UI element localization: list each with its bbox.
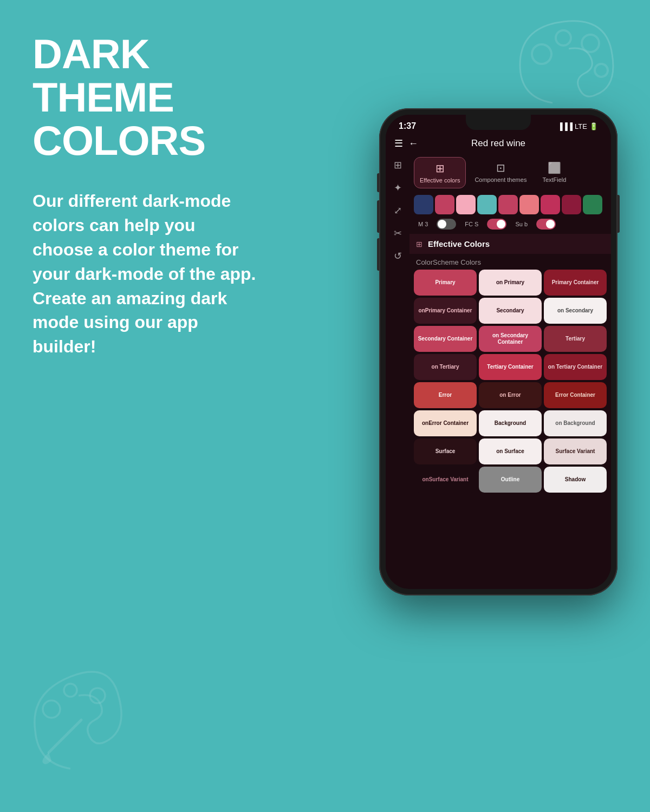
tab-effective-colors[interactable]: ⊞ Effective colors [414,157,466,188]
svg-point-3 [595,64,608,77]
status-time: 1:37 [399,121,416,131]
palette-icon-bottom-left [22,660,130,780]
swatch-7[interactable] [562,195,581,214]
tabs-row: ⊞ Effective colors ⊡ Component themes ⬜ … [410,154,611,192]
svg-point-0 [532,44,551,64]
fcs-toggle[interactable] [487,219,506,230]
left-content: DARK THEME COLORS Our different dark-mod… [32,32,260,359]
sub-label: Su b [515,221,528,227]
sidebar-brightness-icon[interactable]: ✦ [394,182,402,194]
color-on-secondary[interactable]: on Secondary [544,298,607,324]
main-title: DARK THEME COLORS [32,32,260,162]
power-button [618,195,620,233]
color-on-surface[interactable]: on Surface [479,438,542,464]
effective-colors-tab-icon: ⊞ [435,162,445,175]
phone-notch [466,115,531,130]
swatches-row [410,192,611,217]
textfield-tab-label: TextField [542,176,566,183]
section-header-icon: ⊞ [416,240,422,248]
lte-label: LTE [575,122,587,130]
phone-mockup: 1:37 ▐▐▐ LTE 🔋 ☰ ← Red red wine [379,108,618,595]
swatch-0[interactable] [414,195,433,214]
component-themes-tab-label: Component themes [474,176,526,183]
color-outline[interactable]: Outline [479,467,542,493]
header-left-icons: ☰ ← [394,137,418,149]
tab-textfield[interactable]: ⬜ TextField [535,157,573,188]
volume-up-button [377,200,379,233]
effective-colors-tab-label: Effective colors [420,177,460,184]
color-background[interactable]: Background [479,410,542,436]
color-primary-container[interactable]: Primary Container [544,270,607,296]
color-surface[interactable]: Surface [414,438,477,464]
sidebar-grid-icon[interactable]: ⊞ [394,159,402,171]
color-on-background[interactable]: on Background [544,410,607,436]
color-grid: Primary on Primary Primary Container onP… [410,270,611,493]
swatch-6[interactable] [541,195,560,214]
swatch-8[interactable] [583,195,602,214]
color-primary[interactable]: Primary [414,270,477,296]
tab-component-themes[interactable]: ⊡ Component themes [469,157,532,188]
svg-point-2 [582,35,599,52]
swatch-4[interactable] [498,195,518,214]
sidebar-refresh-icon[interactable]: ↺ [394,250,402,262]
menu-icon[interactable]: ☰ [394,137,403,149]
component-themes-tab-icon: ⊡ [496,161,505,174]
color-secondary-container[interactable]: Secondary Container [414,326,477,352]
svg-point-1 [556,30,571,45]
sidebar-scissors-icon[interactable]: ✂ [394,227,402,239]
volume-down-button [377,238,379,271]
back-icon[interactable]: ← [408,138,418,149]
svg-line-7 [49,720,81,752]
scheme-label: ColorScheme Colors [410,256,611,270]
sub-toggle[interactable] [536,219,556,230]
fcs-label: FC S [465,221,478,227]
color-error-container[interactable]: Error Container [544,382,607,408]
swatch-1[interactable] [435,195,454,214]
mute-button [377,173,379,192]
swatch-3[interactable] [477,195,497,214]
color-tertiary[interactable]: Tertiary [544,326,607,352]
swatch-5[interactable] [519,195,539,214]
app-header-title: Red red wine [418,138,578,149]
color-surface-variant[interactable]: Surface Variant [544,438,607,464]
color-secondary[interactable]: Secondary [479,298,542,324]
color-on-secondary-container[interactable]: on Secondary Container [479,326,542,352]
m3-label: M 3 [418,221,428,227]
section-header: ⊞ Effective Colors [410,234,611,254]
color-on-error[interactable]: on Error [479,382,542,408]
status-icons: ▐▐▐ LTE 🔋 [557,122,598,130]
color-on-tertiary-container[interactable]: on Tertiary Container [544,354,607,380]
color-on-error-container[interactable]: onError Container [414,410,477,436]
app-header: ☰ ← Red red wine [386,133,611,154]
color-tertiary-container[interactable]: Tertiary Container [479,354,542,380]
swatch-2[interactable] [456,195,476,214]
color-on-tertiary[interactable]: on Tertiary [414,354,477,380]
color-on-surface-variant[interactable]: onSurface Variant [414,467,477,493]
m3-toggle[interactable] [437,219,456,230]
toggle-row: M 3 FC S Su b [410,217,611,234]
color-error[interactable]: Error [414,382,477,408]
app-sidebar: ⊞ ✦ ⤢ ✂ ↺ [386,154,410,574]
main-content: ⊞ Effective colors ⊡ Component themes ⬜ … [410,154,611,574]
textfield-tab-icon: ⬜ [548,161,561,174]
signal-bars: ▐▐▐ [557,122,573,130]
description-text: Our different dark-mode colors can help … [32,189,260,359]
color-on-primary[interactable]: on Primary [479,270,542,296]
battery-icon: 🔋 [589,122,598,130]
svg-point-5 [64,684,77,697]
palette-icon-top-right [509,11,628,119]
svg-point-4 [43,700,60,718]
section-header-title: Effective Colors [428,239,490,248]
color-on-primary-container[interactable]: onPrimary Container [414,298,477,324]
color-shadow[interactable]: Shadow [544,467,607,493]
sidebar-expand-icon[interactable]: ⤢ [394,205,402,217]
